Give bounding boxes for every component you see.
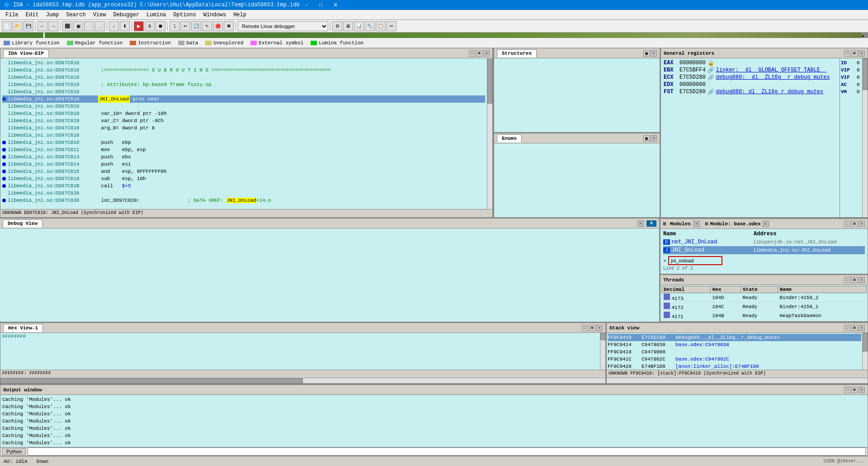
sv-scrollbar-v[interactable]: [862, 333, 868, 370]
navbar-scroll[interactable]: ▸: [862, 33, 868, 38]
tb-d3[interactable]: ⏹: [156, 21, 165, 31]
thread-row-1[interactable]: 4173 104D Ready Binder:4158_2: [662, 293, 867, 302]
sv-restore-btn[interactable]: □: [844, 325, 850, 331]
tb-b2[interactable]: ▣: [73, 21, 83, 31]
reg-fst-link[interactable]: debug080:_dl__ZL16g_r_debug_mutex: [716, 89, 824, 95]
hv-restore-btn[interactable]: □: [582, 325, 588, 331]
structures-tab[interactable]: Structures: [497, 49, 537, 57]
ida-view-content[interactable]: libmedia_jni.so:DD97C810 libmedia_jni.so…: [0, 58, 487, 209]
menu-windows[interactable]: Windows: [200, 11, 230, 19]
modules-search-input[interactable]: [668, 256, 722, 265]
tb-step1[interactable]: ⤵: [170, 21, 179, 31]
tb-e2[interactable]: 🖥: [343, 21, 353, 31]
gr-scrollbar[interactable]: [862, 58, 868, 217]
menu-view[interactable]: View: [90, 11, 110, 19]
minimize-button[interactable]: −: [300, 0, 313, 10]
hex-scroll-h-thumb[interactable]: [0, 378, 303, 383]
tb-e3[interactable]: 📊: [354, 21, 364, 31]
sv-scrollbar-h[interactable]: [607, 378, 868, 383]
tb-e5[interactable]: 📋: [376, 21, 386, 31]
module-row-2[interactable]: J JNI_OnLoad libmedia_jni.so:JNI_OnLoad: [663, 246, 865, 254]
tb-save[interactable]: 💾: [24, 21, 33, 31]
enums-icon-btn[interactable]: ▣: [643, 135, 650, 142]
tb-step5[interactable]: 🔴: [213, 21, 223, 31]
tb-step3[interactable]: 🔄: [191, 21, 201, 31]
gr-close-btn[interactable]: ✕: [859, 50, 865, 57]
sv-float-btn[interactable]: ⊞: [851, 325, 858, 331]
debugger-select[interactable]: Remote Linux debugger: [238, 21, 328, 31]
mod-float-btn[interactable]: ⊞: [851, 221, 858, 227]
tb-step6[interactable]: ✖: [224, 21, 234, 31]
tb-back[interactable]: ←: [38, 21, 47, 31]
mod-close2-btn[interactable]: ✕: [859, 221, 865, 227]
thr-restore-btn[interactable]: □: [844, 277, 850, 283]
struct-icon-btn[interactable]: ▣: [643, 50, 650, 57]
menu-search[interactable]: Search: [62, 11, 89, 19]
python-button[interactable]: Python: [2, 448, 26, 455]
menu-lumina[interactable]: Lumina: [143, 11, 170, 19]
reg-ecx-link[interactable]: debug080:__dl__ZL16g__r_debug_mutex: [716, 74, 830, 81]
stack-content[interactable]: FF9C9410 E7C5D280 debug080:__dl__ZL16g__…: [607, 333, 862, 370]
modules-close-btn[interactable]: ✕: [693, 221, 700, 227]
module-tab-close[interactable]: ✕: [763, 221, 769, 227]
hex-content[interactable]: FFFFFFFF: [0, 333, 600, 370]
dv-close-btn[interactable]: ✕: [637, 220, 644, 227]
ida-line-6-selected[interactable]: libmedia_jni.so:DD97C810 JNI_OnLoad proc…: [2, 95, 485, 103]
sv-scroll-thumb[interactable]: [863, 333, 868, 352]
gr-scroll-thumb[interactable]: [863, 58, 868, 90]
out-close-btn[interactable]: ✕: [859, 387, 865, 393]
struct-close-btn[interactable]: ✕: [651, 50, 657, 57]
maximize-button[interactable]: □: [314, 0, 328, 10]
out-restore-btn[interactable]: □: [844, 387, 850, 393]
ida-float-btn[interactable]: ⊞: [476, 50, 482, 57]
ida-scroll-thumb[interactable]: [487, 59, 492, 104]
python-input[interactable]: [28, 447, 866, 456]
stack-row-1[interactable]: FF9C9410 E7C5D280 debug080:__dl__ZL16g__…: [608, 334, 861, 341]
gr-float-btn[interactable]: ⊞: [851, 50, 858, 57]
thr-float-btn[interactable]: ⊞: [851, 277, 858, 283]
tb-e4[interactable]: 🔧: [365, 21, 375, 31]
hex-scroll-thumb[interactable]: [600, 333, 605, 340]
tb-d1[interactable]: ▶: [134, 21, 144, 31]
hex-view-tab[interactable]: Hex View-1: [3, 324, 43, 332]
tb-e1[interactable]: ⚙: [332, 21, 342, 31]
close-button[interactable]: ✕: [329, 0, 342, 10]
menu-help[interactable]: Help: [230, 11, 250, 19]
gr-restore-btn[interactable]: □: [844, 50, 850, 57]
stack-row-4[interactable]: FF9C941C C947802C base.odex:C947802C: [608, 356, 861, 363]
ida-close-btn[interactable]: ✕: [483, 50, 490, 57]
tb-forward[interactable]: →: [48, 21, 58, 31]
hex-scrollbar-v[interactable]: [600, 333, 605, 370]
thread-row-2[interactable]: 4172 104C Ready Binder:4158_1: [662, 302, 867, 311]
menu-edit[interactable]: Edit: [22, 11, 42, 19]
sv-close-btn[interactable]: ✕: [859, 325, 865, 331]
stack-row-2[interactable]: FF9C9414 C9478038 base.odex:C9478038: [608, 341, 861, 348]
reg-ebx-link[interactable]: linker:__dl__GLOBAL_OFFSET_TABLE__: [716, 67, 827, 73]
ida-view-tab[interactable]: IDA View-EIP: [3, 49, 49, 57]
tb-b3[interactable]: ⬜: [84, 21, 94, 31]
mod-restore-btn[interactable]: □: [844, 221, 850, 227]
menu-options[interactable]: Options: [170, 11, 199, 19]
tb-e6[interactable]: ✂: [387, 21, 396, 31]
ida-scrollbar-v[interactable]: [487, 58, 492, 209]
hv-float-btn[interactable]: ⊞: [589, 325, 595, 331]
enums-tab[interactable]: Enums: [497, 134, 522, 143]
enums-close-btn[interactable]: ✕: [651, 135, 657, 142]
tb-step4[interactable]: ↖: [202, 21, 212, 31]
stack-row-5[interactable]: FF9C9420 E74BF1D0 [anon:linker_alloc]:E7…: [608, 363, 861, 370]
hv-close-btn[interactable]: ✕: [596, 325, 603, 331]
module-row-1[interactable]: D net_JNI_OnLoad libopenjdk.so:net_JNI_O…: [663, 238, 865, 246]
menu-file[interactable]: File: [2, 11, 22, 19]
hex-scrollbar-h[interactable]: [0, 378, 605, 383]
tb-b1[interactable]: ⬛: [62, 21, 72, 31]
stack-row-3[interactable]: FF9C9418 C9479000: [608, 348, 861, 356]
thread-row-3[interactable]: 4171 104B Ready HeapTaskDaemon: [662, 311, 867, 320]
menu-jump[interactable]: Jump: [42, 11, 63, 19]
tb-d2[interactable]: ⏸: [145, 21, 155, 31]
out-float-btn[interactable]: ⊞: [851, 387, 858, 393]
tb-b4[interactable]: ⬜: [95, 21, 105, 31]
ida-restore-btn[interactable]: □: [469, 50, 475, 57]
tb-open[interactable]: 📂: [13, 21, 23, 31]
tb-step2[interactable]: ↩: [180, 21, 190, 31]
thr-close-btn[interactable]: ✕: [859, 277, 865, 283]
